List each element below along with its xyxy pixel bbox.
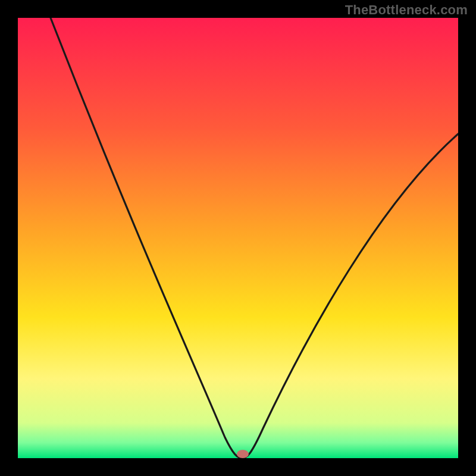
chart-svg <box>0 0 476 476</box>
chart-frame: TheBottleneck.com <box>0 0 476 476</box>
watermark-text: TheBottleneck.com <box>345 2 468 18</box>
plot-background <box>18 18 458 458</box>
min-point-marker <box>237 450 249 458</box>
